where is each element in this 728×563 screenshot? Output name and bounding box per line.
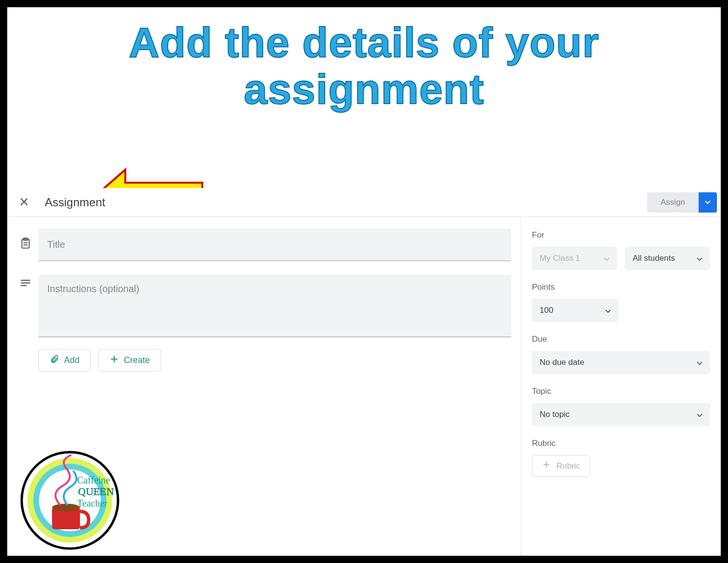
due-label: Due [532,335,710,344]
create-button[interactable]: Create [98,349,161,372]
rubric-button-label: Rubric [556,461,580,471]
assign-button[interactable]: Assign [647,192,699,213]
points-label: Points [532,282,710,292]
add-button[interactable]: Add [39,349,91,372]
instructions-input[interactable] [39,275,511,337]
create-button-label: Create [124,355,150,365]
svg-text:QUEEN: QUEEN [78,485,114,497]
plus-icon [109,354,119,366]
svg-text:Caffeine: Caffeine [77,475,110,485]
title-input[interactable] [39,228,511,261]
due-select[interactable]: No due date [532,351,710,374]
topic-label: Topic [532,387,710,396]
svg-text:Teacher: Teacher [77,498,107,509]
clipboard-icon [19,237,32,252]
close-button[interactable]: ✕ [12,191,36,214]
points-select[interactable]: 100 [532,299,619,322]
caret-down-icon [705,199,711,206]
for-label: For [532,230,710,240]
assign-dropdown-button[interactable] [699,192,717,213]
students-select[interactable]: All students [625,247,710,270]
students-select-value: All students [633,254,675,263]
class-select-value: My Class 1 [540,254,580,263]
points-value: 100 [540,306,553,315]
rubric-label: Rubric [532,439,710,448]
topbar: ✕ Assignment Assign [7,188,721,217]
attachment-icon [50,354,59,366]
close-icon: ✕ [19,195,29,209]
topic-select[interactable]: No topic [532,403,710,426]
caret-down-icon [605,306,611,315]
brand-logo: Caffeine QUEEN Teacher [19,450,120,551]
rubric-button[interactable]: Rubric [532,455,590,477]
settings-sidebar: For My Class 1 All students Points [521,217,721,556]
plus-icon [542,460,551,471]
class-select[interactable]: My Class 1 [532,247,617,270]
add-button-label: Add [64,355,79,365]
page-title: Assignment [45,196,105,209]
due-value: No due date [540,358,584,367]
tutorial-heading: Add the details of your assignment [7,7,721,122]
caret-down-icon [697,358,702,367]
topic-value: No topic [540,410,569,419]
caret-down-icon [697,410,702,419]
text-lines-icon [19,277,32,291]
caret-down-icon [604,254,609,263]
caret-down-icon [697,254,702,263]
